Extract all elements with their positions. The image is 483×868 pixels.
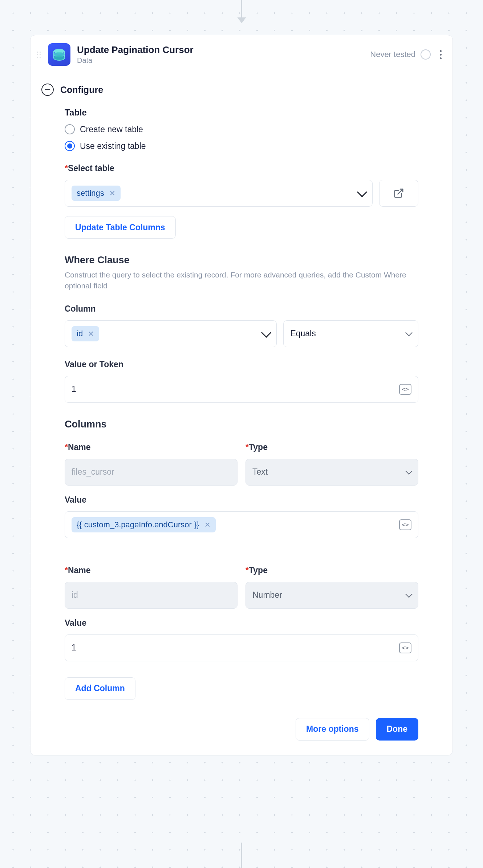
column-name-label: *Name: [65, 442, 238, 452]
column-name-input[interactable]: [65, 459, 238, 486]
data-store-icon: [48, 43, 70, 66]
configure-label: Configure: [60, 85, 103, 95]
radio-label: Use existing table: [80, 141, 146, 151]
test-status: Never tested: [370, 50, 415, 59]
flow-arrow-in: [241, 0, 242, 23]
radio-use-existing-table[interactable]: Use existing table: [65, 141, 418, 151]
radio-icon: [65, 141, 75, 151]
column-name-field: [72, 467, 231, 477]
type-value: Text: [252, 467, 268, 477]
radio-create-new-table[interactable]: Create new table: [65, 124, 418, 134]
status-indicator-icon: [421, 49, 431, 60]
chip-remove-icon[interactable]: ✕: [204, 520, 211, 529]
column-name-field: [72, 590, 231, 600]
table-chip: settings ✕: [72, 186, 121, 201]
chevron-down-icon: [261, 328, 271, 338]
column-value-input[interactable]: {{ custom_3.pageInfo.endCursor }} ✕ <>: [65, 511, 418, 538]
radio-label: Create new table: [80, 125, 143, 134]
done-button[interactable]: Done: [376, 718, 419, 741]
column-value-field[interactable]: [72, 643, 399, 653]
column-type-label: *Type: [245, 565, 418, 575]
where-value-field[interactable]: [72, 384, 399, 394]
column-value-label: Value: [65, 618, 418, 628]
step-card: Update Pagination Cursor Data Never test…: [30, 35, 453, 755]
column-value-input[interactable]: <>: [65, 634, 418, 661]
chip-label: {{ custom_3.pageInfo.endCursor }}: [77, 520, 199, 530]
configure-section-header: Configure: [31, 74, 452, 104]
collapse-toggle[interactable]: [41, 84, 54, 96]
chip-remove-icon[interactable]: ✕: [109, 189, 115, 198]
open-table-button[interactable]: [379, 180, 418, 207]
chevron-down-icon: [405, 467, 413, 475]
where-column-select[interactable]: id ✕: [65, 320, 277, 347]
external-link-icon: [393, 188, 404, 199]
chip-label: id: [77, 329, 83, 338]
flow-arrow-out: [241, 843, 242, 868]
token-chip: {{ custom_3.pageInfo.endCursor }} ✕: [72, 517, 216, 532]
step-subtitle: Data: [77, 56, 370, 65]
where-clause-description: Construct the query to select the existi…: [65, 269, 418, 292]
code-toggle-icon[interactable]: <>: [399, 384, 411, 395]
svg-point-2: [54, 56, 64, 60]
add-column-button[interactable]: Add Column: [65, 677, 135, 700]
radio-icon: [65, 124, 75, 134]
table-section-label: Table: [65, 108, 418, 118]
chip-remove-icon[interactable]: ✕: [88, 329, 94, 338]
chip-label: settings: [77, 188, 104, 198]
select-table-input[interactable]: settings ✕: [65, 180, 373, 207]
column-type-select[interactable]: Text: [245, 459, 418, 486]
step-header: Update Pagination Cursor Data Never test…: [31, 35, 452, 74]
svg-line-3: [398, 189, 403, 194]
row-divider: [65, 553, 418, 553]
columns-heading: Columns: [65, 419, 418, 430]
where-clause-heading: Where Clause: [65, 255, 418, 266]
where-value-label: Value or Token: [65, 360, 418, 369]
column-name-input[interactable]: [65, 582, 238, 609]
column-chip: id ✕: [72, 326, 99, 341]
column-type-label: *Type: [245, 442, 418, 452]
column-name-label: *Name: [65, 565, 238, 575]
code-toggle-icon[interactable]: <>: [399, 642, 411, 653]
select-table-label: *Select table: [65, 163, 418, 173]
drag-handle-icon[interactable]: [37, 50, 43, 59]
column-type-select[interactable]: Number: [245, 582, 418, 609]
step-menu-button[interactable]: [437, 50, 444, 59]
type-value: Number: [252, 590, 282, 600]
code-toggle-icon[interactable]: <>: [399, 519, 411, 530]
where-value-input[interactable]: <>: [65, 376, 418, 403]
column-value-label: Value: [65, 495, 418, 505]
update-table-columns-button[interactable]: Update Table Columns: [65, 216, 176, 239]
where-operator-select[interactable]: Equals: [283, 320, 418, 347]
chevron-down-icon: [357, 187, 367, 197]
more-options-button[interactable]: More options: [296, 718, 369, 741]
where-column-label: Column: [65, 304, 418, 314]
chevron-down-icon: [405, 591, 413, 598]
operator-value: Equals: [290, 329, 316, 338]
chevron-down-icon: [405, 329, 413, 336]
step-title: Update Pagination Cursor: [77, 44, 370, 56]
